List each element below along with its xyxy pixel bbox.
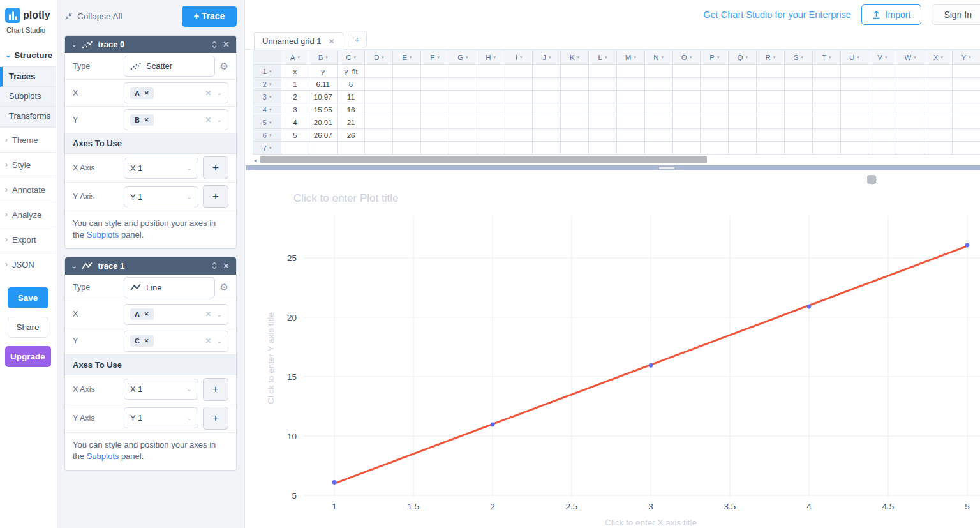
grid-cell[interactable] [868,142,896,155]
grid-cell[interactable]: 4 [281,116,309,129]
grid-cell[interactable] [953,78,980,91]
grid-cell[interactable] [896,65,924,78]
grid-cell[interactable] [449,142,477,155]
grid-cell[interactable] [813,78,841,91]
grid-cell[interactable] [953,116,980,129]
column-menu-icon[interactable]: ▾ [325,55,328,60]
grid-cell[interactable] [729,129,757,142]
add-xaxis-button[interactable]: + [203,156,228,179]
grid-cell[interactable]: 6 [338,78,366,91]
grid-cell[interactable]: x [281,65,309,78]
grid-column-header[interactable]: Y▾ [953,50,980,65]
grid-cell[interactable]: 26 [338,129,366,142]
grid-cell[interactable] [953,65,980,78]
grid-column-header[interactable]: T▾ [813,50,841,65]
grid-cell[interactable] [505,116,533,129]
grid-column-header[interactable]: W▾ [896,50,924,65]
grid-cell[interactable] [924,65,953,78]
grid-cell[interactable] [813,142,841,155]
clear-icon[interactable]: ✕ [205,89,212,98]
reorder-icon[interactable] [211,262,218,269]
grid-column-header[interactable]: F▾ [421,50,449,65]
grid-cell[interactable]: 16 [338,103,366,116]
grid-cell[interactable] [645,78,673,91]
grid-column-header[interactable]: O▾ [673,50,701,65]
sidebar-item-export[interactable]: › Export [0,227,56,252]
grid-cell[interactable] [896,91,924,103]
grid-column-header[interactable]: I▾ [505,50,533,65]
column-menu-icon[interactable]: ▾ [662,55,664,60]
grid-cell[interactable] [533,103,561,116]
grid-cell[interactable] [365,129,393,142]
grid-cell[interactable] [841,116,869,129]
sidebar-item-style[interactable]: › Style [0,152,56,177]
grid-cell[interactable] [617,78,645,91]
column-menu-icon[interactable]: ▾ [353,55,356,60]
grid-cell[interactable]: 26.07 [309,129,338,142]
close-icon[interactable]: ✕ [329,37,335,46]
column-menu-icon[interactable]: ▾ [885,55,887,60]
grid-cell[interactable] [505,65,533,78]
grid-cell[interactable] [421,65,449,78]
column-menu-icon[interactable]: ▾ [410,55,412,60]
grid-cell[interactable] [924,78,953,91]
grid-cell[interactable] [701,116,729,129]
grid-cell[interactable] [365,65,393,78]
trace-1-y-select[interactable]: C ✕ ✕ ⌄ [124,331,228,352]
grid-cell[interactable]: y_fit [338,65,366,78]
grid-column-header[interactable]: C▾ [338,50,366,65]
column-menu-icon[interactable]: ▾ [494,55,496,60]
grid-cell[interactable] [673,78,701,91]
grid-cell[interactable] [589,91,617,103]
grid-cell[interactable] [421,78,449,91]
grid-cell[interactable] [924,142,953,155]
grid-cell[interactable] [785,78,813,91]
grid-cell[interactable] [757,116,785,129]
clear-icon[interactable]: ✕ [205,116,212,124]
grid-cell[interactable] [924,129,953,142]
grid-row-header[interactable]: 7▾ [253,142,281,155]
grid-column-header[interactable]: L▾ [589,50,617,65]
grid-row-header[interactable]: 2▾ [253,78,281,91]
grid-cell[interactable] [841,129,869,142]
clear-icon[interactable]: ✕ [205,336,212,345]
grid-cell[interactable] [813,116,841,129]
grid-cell[interactable] [393,116,421,129]
grid-column-header[interactable]: G▾ [449,50,477,65]
grid-cell[interactable] [924,103,953,116]
grid-cell[interactable] [393,129,421,142]
grid-cell[interactable] [421,116,449,129]
grid-cell[interactable] [673,91,701,103]
chip-remove-icon[interactable]: ✕ [144,338,149,344]
grid-cell[interactable] [561,65,589,78]
sidebar-item-traces[interactable]: Traces [0,67,56,87]
grid-cell[interactable] [645,103,673,116]
grid-cell[interactable] [505,78,533,91]
sidebar-item-theme[interactable]: › Theme [0,127,56,152]
grid-cell[interactable] [589,142,617,155]
grid-cell[interactable] [953,142,980,155]
column-menu-icon[interactable]: ▾ [549,55,551,60]
grid-cell[interactable] [841,65,869,78]
grid-cell[interactable] [757,103,785,116]
grid-cell[interactable] [953,129,980,142]
enterprise-link[interactable]: Get Chart Studio for your Enterprise [703,10,850,20]
grid-cell[interactable] [449,91,477,103]
column-menu-icon[interactable]: ▾ [857,55,859,60]
trace-1-x-select[interactable]: A ✕ ✕ ⌄ [124,304,228,325]
grid-cell[interactable] [757,65,785,78]
chip-remove-icon[interactable]: ✕ [144,90,149,96]
column-menu-icon[interactable]: ▾ [437,55,440,60]
grid-cell[interactable] [365,142,393,155]
sidebar-item-subplots[interactable]: Subplots [0,87,56,107]
column-menu-icon[interactable]: ▾ [801,55,803,60]
row-menu-icon[interactable]: ▾ [269,133,272,138]
subplots-link[interactable]: Subplots [87,451,119,461]
row-menu-icon[interactable]: ▾ [269,120,272,125]
grid-column-header[interactable]: A▾ [281,50,309,65]
grid-cell[interactable] [365,116,393,129]
grid-cell[interactable]: 21 [338,116,366,129]
grid-cell[interactable] [338,142,366,155]
grid-cell[interactable]: 20.91 [309,116,338,129]
column-menu-icon[interactable]: ▾ [745,55,748,60]
